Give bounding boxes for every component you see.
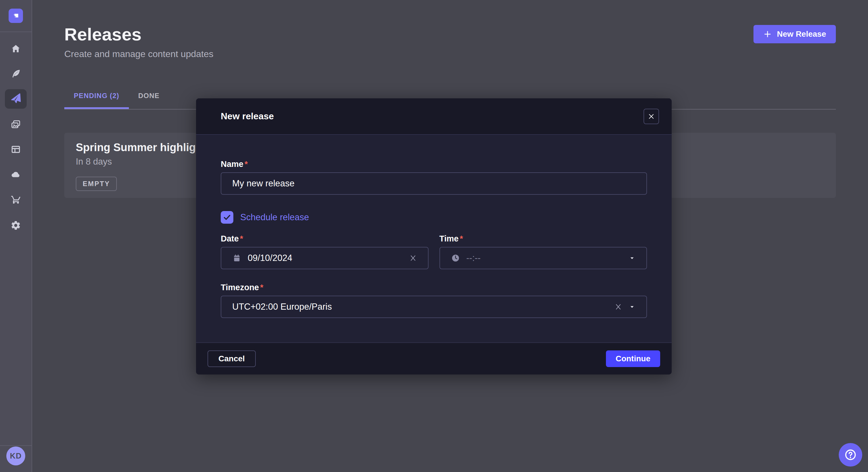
schedule-release-row: Schedule release	[221, 211, 647, 224]
continue-button[interactable]: Continue	[606, 350, 660, 367]
sidebar-item-releases[interactable]	[5, 89, 27, 109]
clear-date-icon[interactable]	[409, 254, 417, 262]
app-logo-button[interactable]	[9, 9, 23, 23]
new-release-button-label: New Release	[777, 30, 826, 39]
name-field-label: Name*	[221, 160, 647, 169]
gear-icon	[11, 220, 21, 231]
modal-footer: Cancel Continue	[196, 342, 672, 374]
date-input-box	[221, 247, 429, 269]
cart-icon	[11, 194, 21, 204]
sidebar: KD	[0, 0, 32, 472]
tab-pending[interactable]: PENDING (2)	[64, 88, 129, 109]
timezone-field-label: Timezone*	[221, 283, 647, 292]
user-avatar[interactable]: KD	[6, 446, 25, 465]
time-label-text: Time	[439, 234, 459, 243]
date-label-text: Date	[221, 234, 239, 243]
question-mark-icon	[844, 448, 857, 461]
name-input[interactable]	[232, 178, 636, 189]
time-input[interactable]	[466, 253, 623, 263]
page-title: Releases	[64, 24, 142, 44]
required-mark: *	[240, 234, 243, 243]
time-input-box	[439, 247, 647, 269]
sidebar-item-content[interactable]	[5, 64, 27, 83]
modal-close-button[interactable]	[644, 109, 659, 124]
help-button[interactable]	[839, 443, 862, 467]
sidebar-item-home[interactable]	[5, 39, 27, 59]
date-time-row: Date* Time*	[221, 234, 647, 269]
schedule-release-checkbox[interactable]	[221, 211, 234, 224]
modal-title: New release	[221, 111, 274, 122]
modal-body: Name* Schedule release Date*	[196, 135, 672, 318]
paper-plane-icon	[8, 91, 23, 106]
timezone-field-group: Timezone*	[221, 283, 647, 318]
new-release-button[interactable]: New Release	[753, 25, 836, 43]
sidebar-item-settings[interactable]	[5, 216, 27, 235]
checkmark-icon	[223, 213, 231, 222]
sidebar-divider-bottom	[0, 445, 32, 446]
page-subtitle: Create and manage content updates	[64, 49, 213, 59]
cloud-icon	[11, 169, 21, 179]
close-icon	[648, 113, 655, 120]
name-label-text: Name	[221, 160, 243, 169]
sidebar-item-media-library[interactable]	[5, 115, 27, 134]
timezone-input-box	[221, 296, 647, 318]
feather-icon	[11, 69, 21, 79]
tab-done[interactable]: DONE	[129, 88, 169, 109]
cancel-button[interactable]: Cancel	[208, 350, 256, 367]
required-mark: *	[260, 283, 263, 292]
clear-timezone-icon[interactable]	[614, 303, 622, 311]
sidebar-item-deploy[interactable]	[5, 165, 27, 184]
date-field-label: Date*	[221, 234, 429, 243]
time-field-label: Time*	[439, 234, 647, 243]
schedule-release-label[interactable]: Schedule release	[240, 212, 309, 223]
layout-icon	[11, 144, 21, 155]
home-icon	[11, 43, 21, 54]
timezone-label-text: Timezone	[221, 283, 259, 292]
name-input-box	[221, 172, 647, 195]
required-mark: *	[245, 160, 248, 169]
plus-icon	[763, 30, 772, 38]
new-release-modal: New release Name* Schedule release	[196, 98, 672, 374]
chevron-down-icon[interactable]	[629, 303, 636, 310]
time-field-group: Time*	[439, 234, 647, 269]
timezone-input[interactable]	[232, 302, 608, 312]
modal-header: New release	[196, 98, 672, 135]
strapi-logo-icon	[11, 11, 21, 21]
date-input[interactable]	[248, 253, 403, 263]
date-field-group: Date*	[221, 234, 429, 269]
release-card-status-badge: EMPTY	[76, 177, 117, 191]
required-mark: *	[460, 234, 463, 243]
clock-icon	[451, 254, 460, 263]
name-field-group: Name*	[221, 160, 647, 195]
calendar-icon	[232, 254, 241, 263]
chevron-down-icon[interactable]	[629, 255, 636, 262]
sidebar-item-marketplace[interactable]	[5, 190, 27, 209]
sidebar-item-content-type-builder[interactable]	[5, 140, 27, 159]
media-library-icon	[11, 119, 21, 130]
sidebar-divider-top	[0, 32, 32, 32]
